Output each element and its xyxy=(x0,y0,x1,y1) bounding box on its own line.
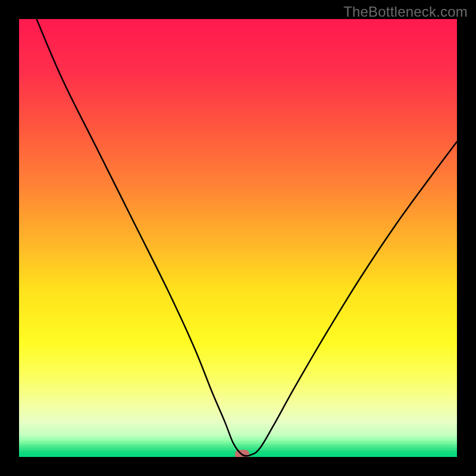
bottleneck-curve xyxy=(19,19,457,457)
plot-area xyxy=(19,19,457,457)
chart-frame: TheBottleneck.com xyxy=(0,0,476,476)
watermark-text: TheBottleneck.com xyxy=(343,4,468,20)
